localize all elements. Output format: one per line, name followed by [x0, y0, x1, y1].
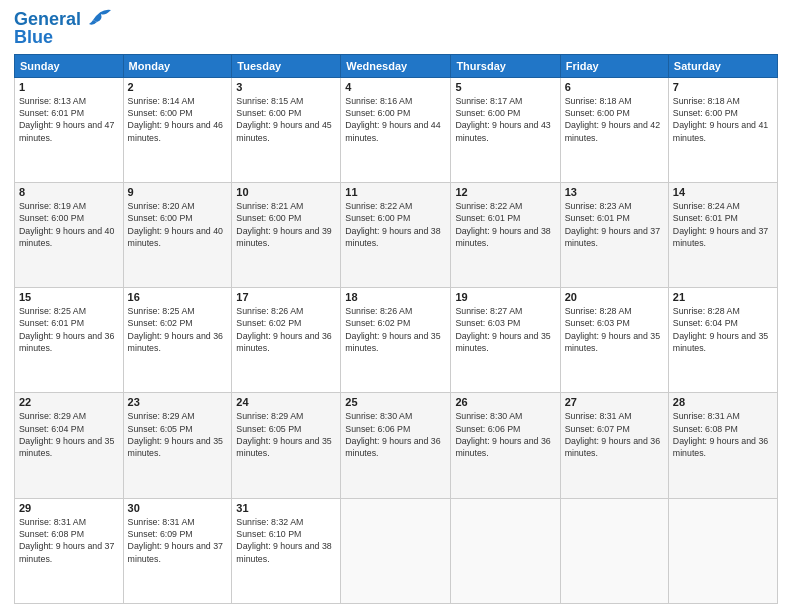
calendar-cell: 25 Sunrise: 8:30 AMSunset: 6:06 PMDaylig… [341, 393, 451, 498]
logo: General Blue [14, 10, 111, 48]
calendar-cell: 8 Sunrise: 8:19 AMSunset: 6:00 PMDayligh… [15, 182, 124, 287]
day-number: 15 [19, 291, 119, 303]
day-info: Sunrise: 8:30 AMSunset: 6:06 PMDaylight:… [455, 411, 550, 458]
day-number: 21 [673, 291, 773, 303]
weekday-thursday: Thursday [451, 54, 560, 77]
calendar-cell: 27 Sunrise: 8:31 AMSunset: 6:07 PMDaylig… [560, 393, 668, 498]
calendar-cell: 19 Sunrise: 8:27 AMSunset: 6:03 PMDaylig… [451, 288, 560, 393]
day-number: 14 [673, 186, 773, 198]
week-row-2: 8 Sunrise: 8:19 AMSunset: 6:00 PMDayligh… [15, 182, 778, 287]
calendar-cell: 17 Sunrise: 8:26 AMSunset: 6:02 PMDaylig… [232, 288, 341, 393]
day-info: Sunrise: 8:18 AMSunset: 6:00 PMDaylight:… [673, 96, 768, 143]
day-info: Sunrise: 8:29 AMSunset: 6:04 PMDaylight:… [19, 411, 114, 458]
day-number: 23 [128, 396, 228, 408]
week-row-5: 29 Sunrise: 8:31 AMSunset: 6:08 PMDaylig… [15, 498, 778, 603]
day-number: 11 [345, 186, 446, 198]
page: General Blue SundayMondayTuesdayWednesda… [0, 0, 792, 612]
day-info: Sunrise: 8:22 AMSunset: 6:01 PMDaylight:… [455, 201, 550, 248]
day-info: Sunrise: 8:31 AMSunset: 6:07 PMDaylight:… [565, 411, 660, 458]
day-info: Sunrise: 8:31 AMSunset: 6:08 PMDaylight:… [673, 411, 768, 458]
calendar-cell: 23 Sunrise: 8:29 AMSunset: 6:05 PMDaylig… [123, 393, 232, 498]
day-info: Sunrise: 8:23 AMSunset: 6:01 PMDaylight:… [565, 201, 660, 248]
logo-general: General [14, 9, 81, 29]
calendar-cell: 2 Sunrise: 8:14 AMSunset: 6:00 PMDayligh… [123, 77, 232, 182]
day-number: 19 [455, 291, 555, 303]
day-number: 24 [236, 396, 336, 408]
calendar-cell: 11 Sunrise: 8:22 AMSunset: 6:00 PMDaylig… [341, 182, 451, 287]
day-number: 1 [19, 81, 119, 93]
day-number: 4 [345, 81, 446, 93]
week-row-4: 22 Sunrise: 8:29 AMSunset: 6:04 PMDaylig… [15, 393, 778, 498]
day-number: 17 [236, 291, 336, 303]
day-info: Sunrise: 8:26 AMSunset: 6:02 PMDaylight:… [236, 306, 331, 353]
day-number: 12 [455, 186, 555, 198]
calendar-cell: 14 Sunrise: 8:24 AMSunset: 6:01 PMDaylig… [668, 182, 777, 287]
calendar-cell: 4 Sunrise: 8:16 AMSunset: 6:00 PMDayligh… [341, 77, 451, 182]
weekday-header-row: SundayMondayTuesdayWednesdayThursdayFrid… [15, 54, 778, 77]
calendar-cell [668, 498, 777, 603]
week-row-3: 15 Sunrise: 8:25 AMSunset: 6:01 PMDaylig… [15, 288, 778, 393]
day-info: Sunrise: 8:16 AMSunset: 6:00 PMDaylight:… [345, 96, 440, 143]
day-info: Sunrise: 8:27 AMSunset: 6:03 PMDaylight:… [455, 306, 550, 353]
day-info: Sunrise: 8:18 AMSunset: 6:00 PMDaylight:… [565, 96, 660, 143]
calendar-cell: 10 Sunrise: 8:21 AMSunset: 6:00 PMDaylig… [232, 182, 341, 287]
day-info: Sunrise: 8:29 AMSunset: 6:05 PMDaylight:… [128, 411, 223, 458]
day-number: 3 [236, 81, 336, 93]
logo-blue: Blue [14, 28, 53, 48]
day-number: 29 [19, 502, 119, 514]
day-info: Sunrise: 8:25 AMSunset: 6:02 PMDaylight:… [128, 306, 223, 353]
calendar-cell: 28 Sunrise: 8:31 AMSunset: 6:08 PMDaylig… [668, 393, 777, 498]
day-info: Sunrise: 8:24 AMSunset: 6:01 PMDaylight:… [673, 201, 768, 248]
calendar-cell: 6 Sunrise: 8:18 AMSunset: 6:00 PMDayligh… [560, 77, 668, 182]
calendar-cell [341, 498, 451, 603]
day-number: 28 [673, 396, 773, 408]
calendar-cell: 12 Sunrise: 8:22 AMSunset: 6:01 PMDaylig… [451, 182, 560, 287]
calendar-cell: 21 Sunrise: 8:28 AMSunset: 6:04 PMDaylig… [668, 288, 777, 393]
day-number: 9 [128, 186, 228, 198]
calendar-cell: 13 Sunrise: 8:23 AMSunset: 6:01 PMDaylig… [560, 182, 668, 287]
day-info: Sunrise: 8:17 AMSunset: 6:00 PMDaylight:… [455, 96, 550, 143]
weekday-tuesday: Tuesday [232, 54, 341, 77]
day-number: 2 [128, 81, 228, 93]
calendar-cell: 3 Sunrise: 8:15 AMSunset: 6:00 PMDayligh… [232, 77, 341, 182]
day-info: Sunrise: 8:28 AMSunset: 6:03 PMDaylight:… [565, 306, 660, 353]
calendar-cell: 18 Sunrise: 8:26 AMSunset: 6:02 PMDaylig… [341, 288, 451, 393]
day-info: Sunrise: 8:15 AMSunset: 6:00 PMDaylight:… [236, 96, 331, 143]
day-info: Sunrise: 8:22 AMSunset: 6:00 PMDaylight:… [345, 201, 440, 248]
day-number: 6 [565, 81, 664, 93]
day-info: Sunrise: 8:21 AMSunset: 6:00 PMDaylight:… [236, 201, 331, 248]
day-info: Sunrise: 8:14 AMSunset: 6:00 PMDaylight:… [128, 96, 223, 143]
day-info: Sunrise: 8:32 AMSunset: 6:10 PMDaylight:… [236, 517, 331, 564]
calendar-cell: 31 Sunrise: 8:32 AMSunset: 6:10 PMDaylig… [232, 498, 341, 603]
day-number: 22 [19, 396, 119, 408]
calendar-table: SundayMondayTuesdayWednesdayThursdayFrid… [14, 54, 778, 604]
day-number: 18 [345, 291, 446, 303]
calendar-cell: 22 Sunrise: 8:29 AMSunset: 6:04 PMDaylig… [15, 393, 124, 498]
day-info: Sunrise: 8:31 AMSunset: 6:09 PMDaylight:… [128, 517, 223, 564]
calendar-cell: 5 Sunrise: 8:17 AMSunset: 6:00 PMDayligh… [451, 77, 560, 182]
calendar-cell [451, 498, 560, 603]
calendar-cell: 1 Sunrise: 8:13 AMSunset: 6:01 PMDayligh… [15, 77, 124, 182]
weekday-friday: Friday [560, 54, 668, 77]
calendar-cell: 26 Sunrise: 8:30 AMSunset: 6:06 PMDaylig… [451, 393, 560, 498]
day-info: Sunrise: 8:30 AMSunset: 6:06 PMDaylight:… [345, 411, 440, 458]
day-info: Sunrise: 8:28 AMSunset: 6:04 PMDaylight:… [673, 306, 768, 353]
calendar-cell: 30 Sunrise: 8:31 AMSunset: 6:09 PMDaylig… [123, 498, 232, 603]
day-info: Sunrise: 8:19 AMSunset: 6:00 PMDaylight:… [19, 201, 114, 248]
day-info: Sunrise: 8:31 AMSunset: 6:08 PMDaylight:… [19, 517, 114, 564]
day-number: 27 [565, 396, 664, 408]
day-info: Sunrise: 8:25 AMSunset: 6:01 PMDaylight:… [19, 306, 114, 353]
day-number: 7 [673, 81, 773, 93]
day-number: 16 [128, 291, 228, 303]
calendar-cell: 24 Sunrise: 8:29 AMSunset: 6:05 PMDaylig… [232, 393, 341, 498]
day-number: 25 [345, 396, 446, 408]
calendar-cell [560, 498, 668, 603]
day-number: 13 [565, 186, 664, 198]
day-info: Sunrise: 8:26 AMSunset: 6:02 PMDaylight:… [345, 306, 440, 353]
weekday-wednesday: Wednesday [341, 54, 451, 77]
day-number: 10 [236, 186, 336, 198]
calendar-cell: 15 Sunrise: 8:25 AMSunset: 6:01 PMDaylig… [15, 288, 124, 393]
day-number: 31 [236, 502, 336, 514]
day-info: Sunrise: 8:29 AMSunset: 6:05 PMDaylight:… [236, 411, 331, 458]
day-number: 26 [455, 396, 555, 408]
